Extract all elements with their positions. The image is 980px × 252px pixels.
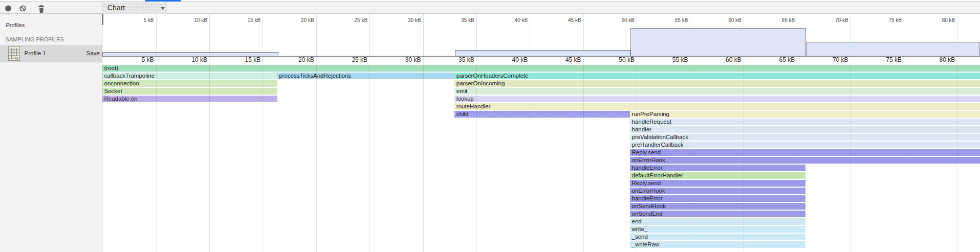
svg-text:%: % (15, 56, 18, 61)
